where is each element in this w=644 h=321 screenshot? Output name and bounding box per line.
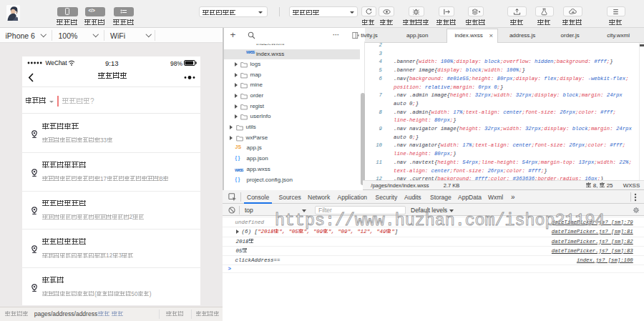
svg-text:WXSS: WXSS: [235, 168, 244, 172]
svg-text:WXSS: WXSS: [246, 50, 255, 54]
